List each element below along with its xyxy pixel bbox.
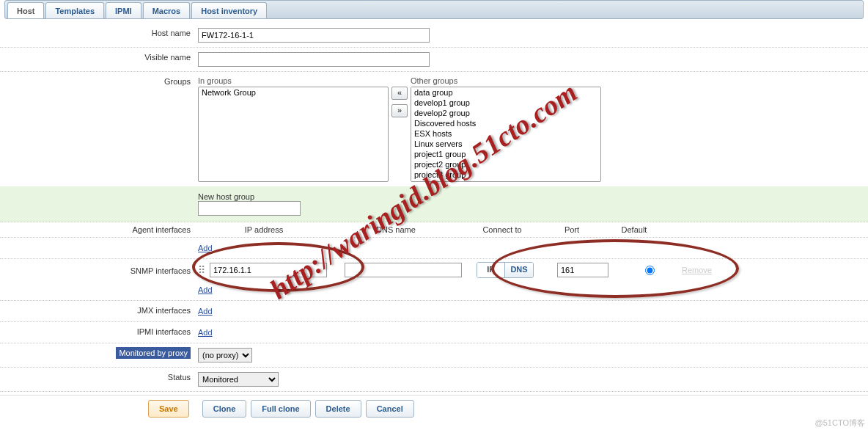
snmp-remove-link: Remove: [682, 266, 712, 274]
footer-watermark: @51CTO博客: [815, 418, 865, 429]
ipmi-add-link[interactable]: Add: [198, 327, 213, 338]
connect-ip-option[interactable]: IP: [477, 263, 505, 277]
host-name-label: Host name: [7, 26, 198, 40]
proxy-label: Monitored by proxy: [116, 347, 191, 359]
status-select[interactable]: Monitored: [198, 372, 279, 387]
snmp-port-input[interactable]: [557, 263, 608, 277]
save-button[interactable]: Save: [148, 400, 189, 418]
host-name-input[interactable]: [198, 28, 430, 43]
header-connect: Connect to: [462, 225, 542, 234]
tab-host-inventory[interactable]: Host inventory: [191, 2, 267, 18]
new-host-group-input[interactable]: [198, 201, 301, 216]
header-ip: IP address: [198, 225, 330, 234]
snmp-dns-input[interactable]: [345, 263, 462, 277]
header-default: Default: [601, 225, 667, 234]
header-port: Port: [542, 225, 601, 234]
drag-handle-icon[interactable]: ⠿: [198, 264, 205, 276]
other-groups-list[interactable]: data group develop1 group develop2 group…: [411, 87, 601, 182]
cancel-button[interactable]: Cancel: [366, 400, 414, 418]
snmp-ip-input[interactable]: [210, 263, 327, 277]
status-label: Status: [7, 371, 198, 384]
tab-macros[interactable]: Macros: [143, 2, 191, 18]
tab-bar: Host Templates IPMI Macros Host inventor…: [4, 0, 864, 19]
move-right-button[interactable]: »: [391, 104, 408, 117]
agent-interfaces-label: Agent interfaces: [7, 225, 198, 234]
jmx-add-link[interactable]: Add: [198, 305, 213, 317]
delete-button[interactable]: Delete: [315, 400, 361, 418]
proxy-select[interactable]: (no proxy): [198, 348, 252, 362]
new-host-group-spacer: [7, 191, 198, 217]
snmp-default-radio[interactable]: [645, 266, 655, 275]
other-groups-label: Other groups: [411, 76, 601, 85]
connect-to-toggle[interactable]: IP DNS: [477, 262, 534, 278]
snmp-interfaces-label: SNMP interfaces: [7, 263, 198, 277]
jmx-interfaces-label: JMX interfaces: [7, 304, 198, 317]
snmp-add-link[interactable]: Add: [198, 284, 213, 296]
groups-label: Groups: [7, 75, 198, 88]
full-clone-button[interactable]: Full clone: [251, 400, 310, 418]
action-bar: Save Clone Full clone Delete Cancel: [0, 395, 868, 422]
clone-button[interactable]: Clone: [202, 400, 247, 418]
tab-host[interactable]: Host: [7, 2, 44, 18]
visible-name-input[interactable]: [198, 52, 430, 67]
new-host-group-label: New host group: [198, 192, 254, 201]
in-groups-label: In groups: [198, 76, 389, 85]
header-dns: DNS name: [330, 225, 462, 234]
agent-add-link[interactable]: Add: [198, 242, 213, 254]
ipmi-interfaces-label: IPMI interfaces: [7, 325, 198, 338]
move-left-button[interactable]: «: [391, 87, 408, 100]
tab-templates[interactable]: Templates: [45, 2, 104, 18]
in-groups-list[interactable]: Network Group: [198, 87, 389, 182]
connect-dns-option[interactable]: DNS: [505, 263, 533, 277]
tab-ipmi[interactable]: IPMI: [106, 2, 141, 18]
visible-name-label: Visible name: [7, 51, 198, 64]
